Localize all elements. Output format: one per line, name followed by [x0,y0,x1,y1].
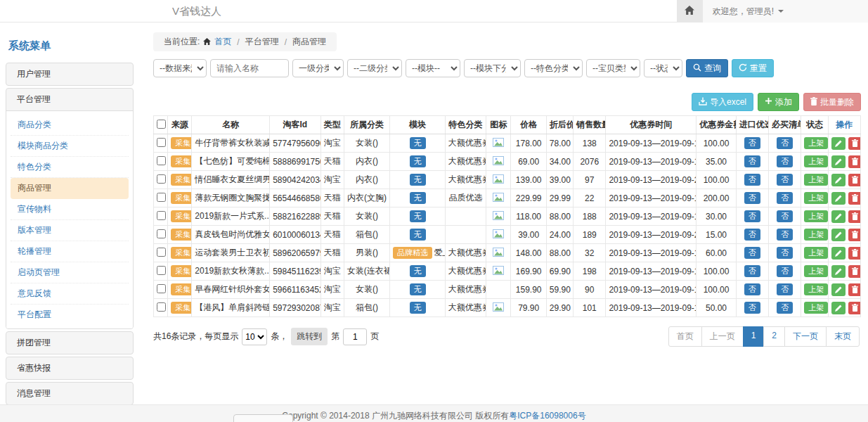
module-sub-select[interactable]: --模块下分类-- [464,59,521,77]
status-badge[interactable]: 上架 [804,229,828,241]
edit-button[interactable] [831,210,846,223]
must-buy-toggle[interactable]: 否 [777,302,793,314]
edit-button[interactable] [831,283,846,296]
must-buy-toggle[interactable]: 否 [777,137,793,149]
sidebar-section-用户管理[interactable]: 用户管理 [6,63,133,85]
row-checkbox[interactable] [157,229,166,238]
must-buy-toggle[interactable]: 否 [777,155,793,167]
import-excel-button[interactable]: 导入excel [692,93,753,111]
must-buy-toggle[interactable]: 否 [777,265,793,277]
pager-button[interactable]: 上一页 [701,326,744,347]
select-all-checkbox[interactable] [157,120,166,129]
edit-button[interactable] [831,265,846,278]
must-buy-toggle[interactable]: 否 [777,283,793,295]
sidebar-item-版本管理[interactable]: 版本管理 [11,220,129,241]
delete-button[interactable] [848,192,861,205]
jump-button[interactable]: 跳转到 [291,328,328,345]
status-badge[interactable]: 上架 [804,155,828,167]
batch-delete-button[interactable]: 批量删除 [803,93,861,111]
must-buy-toggle[interactable]: 否 [777,174,793,186]
edit-button[interactable] [831,247,846,260]
must-buy-toggle[interactable]: 否 [777,247,793,259]
sidebar-item-特色分类[interactable]: 特色分类 [11,157,129,178]
search-button[interactable]: 查询 [686,59,728,77]
sidebar-item-商品分类[interactable]: 商品分类 [11,115,129,136]
data-source-select[interactable]: --数据来源-- [153,59,207,77]
breadcrumb-home-link[interactable]: 首页 [214,36,231,48]
name-input[interactable] [210,59,289,77]
status-badge[interactable]: 上架 [804,302,828,314]
delete-button[interactable] [848,155,861,168]
delete-button[interactable] [848,283,861,296]
import-optimal-toggle[interactable]: 否 [744,192,760,204]
sidebar-section-拼团管理[interactable]: 拼团管理 [6,332,133,354]
edit-button[interactable] [831,174,846,186]
status-badge[interactable]: 上架 [804,247,828,259]
reset-button[interactable]: 重置 [732,59,774,77]
edit-button[interactable] [831,302,846,314]
row-checkbox[interactable] [157,302,166,312]
must-buy-toggle[interactable]: 否 [777,192,793,204]
delete-button[interactable] [848,229,861,241]
status-badge[interactable]: 上架 [804,174,828,186]
row-checkbox[interactable] [157,211,166,220]
edit-button[interactable] [831,137,846,150]
must-buy-toggle[interactable]: 否 [777,210,793,222]
feature-category-select[interactable]: --特色分类-- [524,59,583,77]
sidebar-item-宣传物料[interactable]: 宣传物料 [11,199,129,220]
delete-button[interactable] [848,265,861,278]
sidebar-section-平台管理[interactable]: 平台管理 [6,89,133,110]
sidebar-section-消息管理[interactable]: 消息管理 [6,383,133,404]
pager-button[interactable]: 首页 [668,326,702,347]
row-checkbox[interactable] [157,284,166,293]
status-badge[interactable]: 上架 [804,283,828,295]
level2-category-select[interactable]: --二级分类-- [347,59,402,77]
status-badge[interactable]: 上架 [804,137,828,149]
import-optimal-toggle[interactable]: 否 [744,302,760,314]
delete-button[interactable] [848,137,861,150]
import-optimal-toggle[interactable]: 否 [744,155,760,167]
delete-button[interactable] [848,174,861,186]
delete-button[interactable] [848,210,861,223]
delete-button[interactable] [848,247,861,260]
sidebar-item-轮播管理[interactable]: 轮播管理 [11,241,129,262]
status-badge[interactable]: 上架 [804,210,828,222]
icp-link[interactable]: 粤ICP备16098006号 [509,411,585,421]
must-buy-toggle[interactable]: 否 [777,229,793,241]
status-badge[interactable]: 上架 [804,192,828,204]
sidebar-item-平台配置[interactable]: 平台配置 [11,305,129,325]
row-checkbox[interactable] [157,193,166,202]
import-optimal-toggle[interactable]: 否 [744,265,760,277]
import-optimal-toggle[interactable]: 否 [744,174,760,186]
row-checkbox[interactable] [157,156,166,165]
import-optimal-toggle[interactable]: 否 [744,283,760,295]
pager-button[interactable]: 末页 [826,326,860,347]
per-page-select[interactable]: 10 [242,328,267,345]
pager-button[interactable]: 2 [763,326,785,347]
row-checkbox[interactable] [157,248,166,257]
import-optimal-toggle[interactable]: 否 [744,210,760,222]
row-checkbox[interactable] [157,266,166,275]
module-select[interactable]: --模块-- [406,59,460,77]
import-optimal-toggle[interactable]: 否 [744,229,760,241]
import-optimal-toggle[interactable]: 否 [744,137,760,149]
sidebar-item-商品管理[interactable]: 商品管理 [11,178,129,199]
status-select[interactable]: --状态-- [644,59,682,77]
edit-button[interactable] [831,229,846,241]
sidebar-item-模块商品分类[interactable]: 模块商品分类 [11,136,129,157]
edit-button[interactable] [831,192,846,205]
page-input[interactable] [343,328,367,345]
pager-button[interactable]: 1 [743,326,765,347]
sidebar-item-启动页管理[interactable]: 启动页管理 [11,262,129,283]
row-checkbox[interactable] [157,138,166,147]
add-button[interactable]: 添加 [758,93,799,111]
row-checkbox[interactable] [157,174,166,184]
level1-category-select[interactable]: 一级分类 [292,59,344,77]
pager-button[interactable]: 下一页 [784,326,827,347]
sidebar-item-意见反馈[interactable]: 意见反馈 [11,283,129,305]
user-menu[interactable]: 欢迎您，管理员! [703,0,868,23]
item-type-select[interactable]: --宝贝类型-- [586,59,640,77]
status-badge[interactable]: 上架 [804,265,828,277]
delete-button[interactable] [848,302,861,314]
edit-button[interactable] [831,155,846,168]
